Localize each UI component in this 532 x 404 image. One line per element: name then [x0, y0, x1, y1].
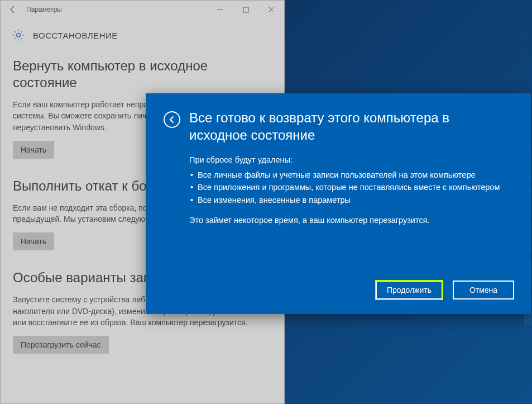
section-heading: Вернуть компьютер в исходное состояние: [13, 58, 272, 91]
dialog-back-button[interactable]: [164, 111, 180, 128]
close-button[interactable]: [258, 1, 284, 18]
dialog-buttons: Продолжить Отмена: [376, 281, 514, 300]
dialog-bullet-list: Все личные файлы и учетные записи пользо…: [189, 169, 511, 206]
dialog-bullet: Все приложения и программы, которые не п…: [189, 181, 511, 193]
minimize-button[interactable]: [207, 1, 233, 18]
reset-confirm-dialog: Все готово к возврату этого компьютера в…: [146, 93, 531, 314]
window-title: Параметры: [26, 6, 62, 13]
dialog-bullet: Все личные файлы и учетные записи пользо…: [189, 169, 511, 181]
gear-icon: [12, 28, 25, 42]
continue-button[interactable]: Продолжить: [376, 281, 443, 300]
maximize-button[interactable]: [233, 1, 258, 18]
dialog-title: Все готово к возврату этого компьютера в…: [189, 109, 511, 144]
dialog-lead: При сбросе будут удалены:: [189, 154, 511, 166]
dialog-note: Это займет некоторое время, а ваш компью…: [189, 214, 511, 226]
page-title: ВОССТАНОВЛЕНИЕ: [33, 31, 118, 40]
dialog-body: При сбросе будут удалены: Все личные фай…: [189, 154, 511, 226]
rollback-start-button[interactable]: Начать: [13, 232, 54, 250]
restart-now-button[interactable]: Перезагрузить сейчас: [13, 336, 109, 354]
svg-rect-1: [243, 7, 248, 12]
svg-point-2: [17, 34, 20, 37]
window-controls: [207, 1, 284, 18]
back-button[interactable]: [5, 2, 21, 17]
dialog-bullet: Все изменения, внесенные в параметры: [189, 194, 511, 206]
cancel-button[interactable]: Отмена: [453, 281, 514, 300]
page-header: ВОССТАНОВЛЕНИЕ: [1, 18, 284, 47]
titlebar: Параметры: [1, 1, 284, 18]
dialog-header: Все готово к возврату этого компьютера в…: [164, 109, 511, 144]
reset-start-button[interactable]: Начать: [13, 141, 54, 159]
